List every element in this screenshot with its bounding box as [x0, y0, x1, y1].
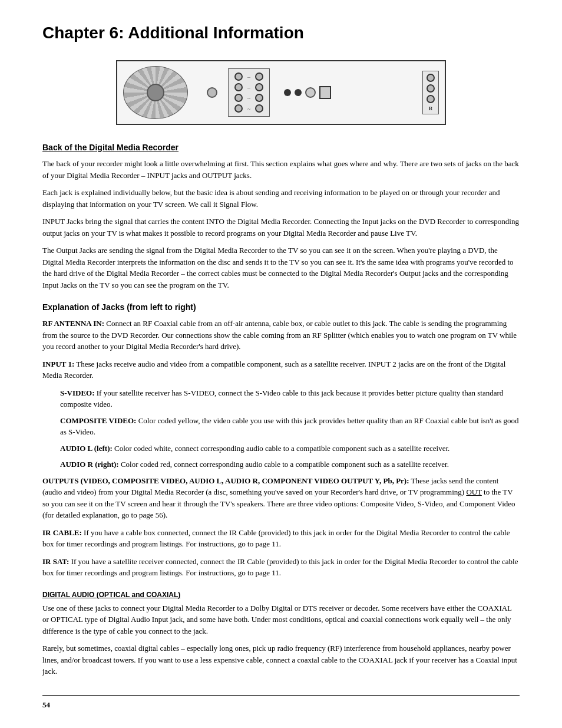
input1-label: INPUT 1: [42, 360, 74, 368]
jack-row-4: ~ [234, 104, 263, 113]
rect-port [319, 86, 331, 99]
audio-l-para: AUDIO L (left): Color coded white, conne… [60, 443, 520, 454]
device-middle [284, 86, 422, 99]
jack-circle [234, 73, 243, 81]
back-of-recorder-heading: Back of the Digital Media Recorder [42, 143, 520, 152]
composite-label: COMPOSITE VIDEO: [60, 416, 136, 425]
dots-group [284, 86, 331, 99]
audio-l-label: AUDIO L (left): [60, 444, 113, 453]
input-jacks-panel: – – ~ ~ [228, 68, 270, 117]
jack-circle [255, 83, 263, 91]
right-jacks-panel: R [422, 71, 439, 114]
ir-cable-label: IR CABLE: [42, 528, 82, 537]
chapter-title: Chapter 6: Additional Information [42, 24, 520, 42]
ir-cable-para: IR CABLE: If you have a cable box connec… [42, 527, 520, 550]
svideo-text: If your satellite receiver has S-VIDEO, … [60, 388, 503, 409]
ir-sat-text: If you have a satellite receiver connect… [42, 557, 518, 578]
back-recorder-para-3: INPUT Jacks bring the signal that carrie… [42, 216, 520, 239]
back-recorder-para-2: Each jack is explained individually belo… [42, 187, 520, 210]
rf-antenna-label: RF ANTENNA IN: [42, 319, 104, 328]
jack-circle [255, 73, 263, 81]
jack-row-3: ~ [234, 94, 263, 102]
jack-row-2: – [234, 83, 263, 91]
dot [284, 89, 291, 96]
ir-sat-label: IR SAT: [42, 557, 69, 566]
page-footer: 54 [42, 695, 520, 710]
back-recorder-para-1: The back of your recorder might look a l… [42, 158, 520, 181]
device-disc [123, 66, 188, 119]
svideo-label: S-VIDEO: [60, 388, 95, 397]
jack-circle [255, 104, 263, 113]
audio-l-text: Color coded white, connect corresponding… [114, 444, 449, 453]
digital-audio-para-2: Rarely, but sometimes, coaxial digital c… [42, 643, 520, 677]
digital-audio-heading: DIGITAL AUDIO (OPTICAL and COAXIAL) [42, 591, 520, 599]
jack-circle-r2 [427, 84, 435, 93]
r-label: R [429, 106, 433, 111]
rf-antenna-text: Connect an RF Coaxial cable from an off-… [42, 319, 517, 351]
device-lens [207, 87, 217, 98]
jack-circle-r1 [427, 74, 435, 82]
outputs-para: OUTPUTS (VIDEO, COMPOSITE VIDEO, AUDIO L… [42, 475, 520, 521]
digital-audio-para-1: Use one of these jacks to connect your D… [42, 602, 520, 637]
explanation-jacks-heading: Explanation of Jacks (from left to right… [42, 302, 520, 312]
jack-circle [234, 104, 243, 113]
outputs-label: OUTPUTS (VIDEO, COMPOSITE VIDEO, AUDIO L… [42, 476, 409, 485]
ir-cable-text: If you have a cable box connected, conne… [42, 528, 510, 549]
input1-text: These jacks receive audio and video from… [42, 360, 505, 380]
audio-r-text: Color coded red, connect corresponding a… [121, 460, 449, 469]
jack-circle [234, 94, 243, 102]
back-recorder-para-4: The Output Jacks are sending the signal … [42, 245, 520, 291]
ir-sat-para: IR SAT: If you have a satellite receiver… [42, 556, 520, 579]
page-number: 54 [42, 700, 50, 709]
jack-circle [234, 83, 243, 91]
input1-para: INPUT 1: These jacks receive audio and v… [42, 358, 520, 381]
jack-circle [255, 94, 263, 102]
audio-r-para: AUDIO R (right): Color coded red, connec… [60, 459, 520, 470]
device-diagram: – – ~ ~ [42, 60, 520, 125]
jack-row-1: – [234, 73, 263, 81]
svideo-para: S-VIDEO: If your satellite receiver has … [60, 387, 520, 410]
device-disc-center [147, 84, 164, 101]
circle-output [305, 87, 316, 98]
audio-r-label: AUDIO R (right): [60, 460, 119, 469]
outputs-out-text: OUT [466, 487, 481, 496]
jack-circle-r3 [427, 95, 435, 103]
dot [295, 89, 302, 96]
rf-antenna-para: RF ANTENNA IN: Connect an RF Coaxial cab… [42, 318, 520, 353]
composite-para: COMPOSITE VIDEO: Color coded yellow, the… [60, 415, 520, 438]
device-box: – – ~ ~ [116, 60, 446, 125]
